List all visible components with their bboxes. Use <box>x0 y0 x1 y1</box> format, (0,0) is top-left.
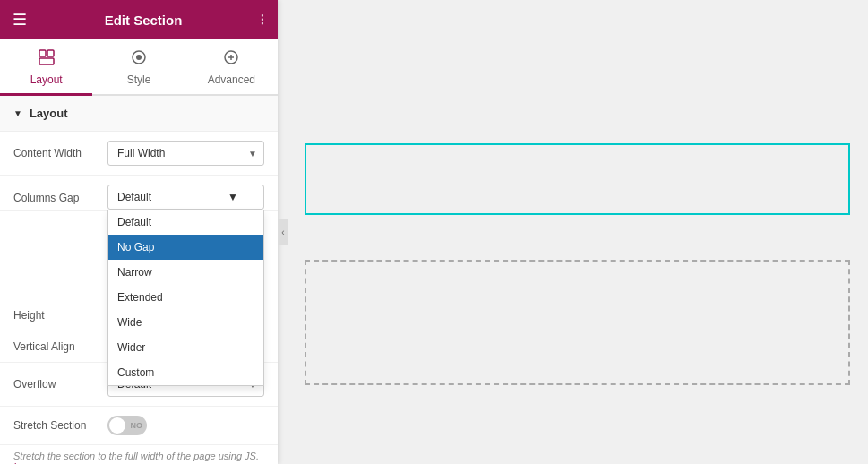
tab-advanced-label: Advanced <box>208 73 255 86</box>
svg-point-4 <box>136 55 142 60</box>
hamburger-icon[interactable]: ☰ <box>13 10 27 30</box>
columns-gap-label: Columns Gap <box>13 185 107 204</box>
style-icon <box>130 48 148 71</box>
stretch-section-control: NO <box>107 416 264 435</box>
canvas-area <box>278 0 868 464</box>
dropdown-item-no-gap[interactable]: No Gap <box>108 235 263 260</box>
sidebar: ☰ Edit Section ⁝ Layout Style <box>0 0 278 464</box>
svg-rect-0 <box>39 50 46 56</box>
vertical-align-label: Vertical Align <box>13 340 107 353</box>
tab-advanced[interactable]: Advanced <box>185 39 278 96</box>
tab-style-label: Style <box>127 73 151 86</box>
content-width-row: Content Width Full Width Boxed ▼ <box>0 132 278 176</box>
collapse-handle[interactable]: ‹ <box>278 219 288 245</box>
dropdown-item-default[interactable]: Default <box>108 210 263 235</box>
section-layout-title: ▼ Layout <box>0 96 278 132</box>
section-arrow-icon: ▼ <box>13 108 22 118</box>
layout-icon <box>38 48 56 71</box>
canvas-section-dashed <box>305 260 850 385</box>
columns-gap-dropdown-arrow-icon: ▼ <box>228 191 238 203</box>
grid-icon[interactable]: ⁝ <box>260 10 265 30</box>
dropdown-item-extended[interactable]: Extended <box>108 285 263 310</box>
columns-gap-display[interactable]: Default ▼ <box>107 185 264 210</box>
dropdown-item-narrow[interactable]: Narrow <box>108 260 263 285</box>
columns-gap-list: Default No Gap Narrow Extended Wide Wide… <box>107 210 264 386</box>
height-label: Height <box>13 309 107 322</box>
content-width-label: Content Width <box>13 147 107 159</box>
tabs-bar: Layout Style Advanced <box>0 39 278 96</box>
dropdown-item-wider[interactable]: Wider <box>108 335 263 360</box>
dropdown-item-wide[interactable]: Wide <box>108 310 263 335</box>
toggle-no-label: NO <box>131 421 143 430</box>
advanced-icon <box>222 48 240 71</box>
stretch-toggle[interactable]: NO <box>107 416 147 435</box>
canvas-section-solid <box>305 143 850 215</box>
tab-layout-label: Layout <box>30 73 63 86</box>
sidebar-content: ▼ Layout Content Width Full Width Boxed … <box>0 96 278 464</box>
sidebar-title: Edit Section <box>105 13 183 28</box>
columns-gap-control: Default ▼ Default No Gap Narrow Extended… <box>107 185 264 210</box>
stretch-toggle-wrapper: NO <box>107 416 264 435</box>
toggle-knob <box>109 417 125 434</box>
tab-style[interactable]: Style <box>92 39 185 96</box>
sidebar-header: ☰ Edit Section ⁝ <box>0 0 278 39</box>
tab-layout[interactable]: Layout <box>0 39 92 96</box>
columns-gap-dropdown[interactable]: Default ▼ Default No Gap Narrow Extended… <box>107 185 264 210</box>
content-width-select-wrapper: Full Width Boxed ▼ <box>107 141 264 166</box>
svg-rect-1 <box>47 50 54 56</box>
columns-gap-value: Default <box>117 191 151 203</box>
stretch-note-text: Stretch the section to the full width of… <box>13 451 259 461</box>
overflow-label: Overflow <box>13 378 107 391</box>
stretch-section-label: Stretch Section <box>13 419 107 432</box>
dropdown-item-custom[interactable]: Custom <box>108 360 263 385</box>
columns-gap-row: Columns Gap Default ▼ Default No Gap Nar… <box>0 176 278 211</box>
svg-rect-2 <box>39 58 54 64</box>
content-width-select[interactable]: Full Width Boxed <box>107 141 264 166</box>
stretch-note: Stretch the section to the full width of… <box>0 445 278 464</box>
stretch-section-row: Stretch Section NO <box>0 407 278 445</box>
section-label: Layout <box>30 107 68 120</box>
content-width-control: Full Width Boxed ▼ <box>107 141 264 166</box>
